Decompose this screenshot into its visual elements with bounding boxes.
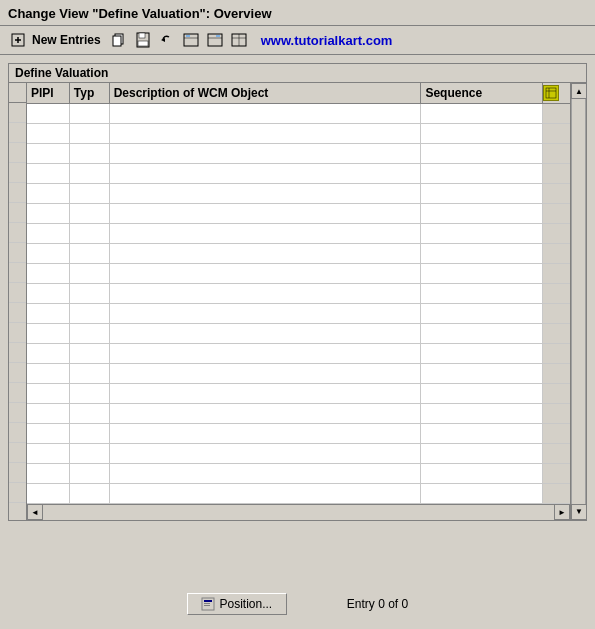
- table-cell[interactable]: [543, 203, 570, 223]
- table-cell[interactable]: [543, 483, 570, 503]
- table-cell[interactable]: [69, 243, 109, 263]
- table-cell[interactable]: [109, 103, 421, 123]
- table-cell[interactable]: [421, 143, 543, 163]
- table-cell[interactable]: [109, 323, 421, 343]
- table-cell[interactable]: [421, 223, 543, 243]
- table-cell[interactable]: [421, 303, 543, 323]
- table-row[interactable]: [27, 223, 570, 243]
- table-row[interactable]: [27, 123, 570, 143]
- row-selector-cell-9[interactable]: [9, 263, 26, 283]
- table-cell[interactable]: [69, 143, 109, 163]
- table-cell[interactable]: [69, 363, 109, 383]
- table-row[interactable]: [27, 403, 570, 423]
- row-selector-cell-19[interactable]: [9, 463, 26, 483]
- table-cell[interactable]: [69, 403, 109, 423]
- row-selector-cell-12[interactable]: [9, 323, 26, 343]
- table-cell[interactable]: [69, 483, 109, 503]
- table-cell[interactable]: [69, 443, 109, 463]
- table-row[interactable]: [27, 483, 570, 503]
- table-cell[interactable]: [543, 263, 570, 283]
- table-cell[interactable]: [109, 283, 421, 303]
- table-cell[interactable]: [109, 223, 421, 243]
- table-row[interactable]: [27, 143, 570, 163]
- table-cell[interactable]: [109, 123, 421, 143]
- table-row[interactable]: [27, 463, 570, 483]
- row-selector-cell-2[interactable]: [9, 123, 26, 143]
- row-selector-cell-20[interactable]: [9, 483, 26, 503]
- table-cell[interactable]: [69, 343, 109, 363]
- table-cell[interactable]: [69, 103, 109, 123]
- table-row[interactable]: [27, 383, 570, 403]
- col-header-settings[interactable]: [543, 83, 570, 103]
- table-cell[interactable]: [543, 223, 570, 243]
- vertical-scrollbar[interactable]: ▲ ▼: [570, 83, 586, 520]
- undo-icon[interactable]: [157, 30, 177, 50]
- table-cell[interactable]: [109, 423, 421, 443]
- table-cell[interactable]: [543, 383, 570, 403]
- scroll-down-btn[interactable]: ▼: [571, 504, 587, 520]
- table-cell[interactable]: [27, 323, 69, 343]
- table-cell[interactable]: [27, 183, 69, 203]
- v-scrollbar-track[interactable]: [571, 99, 586, 504]
- table-cell[interactable]: [109, 363, 421, 383]
- table-cell[interactable]: [69, 263, 109, 283]
- table-row[interactable]: [27, 163, 570, 183]
- table-cell[interactable]: [27, 163, 69, 183]
- table-cell[interactable]: [27, 143, 69, 163]
- scroll-left-btn[interactable]: ◄: [27, 504, 43, 520]
- table-cell[interactable]: [543, 283, 570, 303]
- row-selector-cell-11[interactable]: [9, 303, 26, 323]
- row-selector-cell-17[interactable]: [9, 423, 26, 443]
- table-row[interactable]: [27, 323, 570, 343]
- table-row[interactable]: [27, 363, 570, 383]
- table-row[interactable]: [27, 103, 570, 123]
- table-row[interactable]: [27, 343, 570, 363]
- table-cell[interactable]: [27, 123, 69, 143]
- table-cell[interactable]: [421, 283, 543, 303]
- table-cell[interactable]: [421, 183, 543, 203]
- row-selector-cell-16[interactable]: [9, 403, 26, 423]
- table-cell[interactable]: [421, 383, 543, 403]
- table-cell[interactable]: [109, 143, 421, 163]
- h-scrollbar-track[interactable]: [45, 507, 552, 517]
- row-selector-cell-7[interactable]: [9, 223, 26, 243]
- table-cell[interactable]: [109, 303, 421, 323]
- row-selector-cell-5[interactable]: [9, 183, 26, 203]
- table-row[interactable]: [27, 423, 570, 443]
- copy-icon[interactable]: [109, 30, 129, 50]
- table-cell[interactable]: [543, 303, 570, 323]
- table-cell[interactable]: [543, 403, 570, 423]
- table-cell[interactable]: [421, 363, 543, 383]
- table-cell[interactable]: [543, 143, 570, 163]
- table-cell[interactable]: [543, 343, 570, 363]
- row-selector-cell-10[interactable]: [9, 283, 26, 303]
- table-cell[interactable]: [27, 343, 69, 363]
- table-cell[interactable]: [27, 283, 69, 303]
- table-cell[interactable]: [69, 183, 109, 203]
- table-cell[interactable]: [69, 303, 109, 323]
- table-row[interactable]: [27, 443, 570, 463]
- table-cell[interactable]: [69, 423, 109, 443]
- table-cell[interactable]: [421, 243, 543, 263]
- table-cell[interactable]: [69, 323, 109, 343]
- table-cell[interactable]: [27, 363, 69, 383]
- table-cell[interactable]: [69, 163, 109, 183]
- new-entries-label[interactable]: New Entries: [32, 33, 101, 47]
- table-cell[interactable]: [109, 203, 421, 223]
- row-selector-cell-14[interactable]: [9, 363, 26, 383]
- table-cell[interactable]: [27, 443, 69, 463]
- toolbar-icon-4[interactable]: [181, 30, 201, 50]
- table-cell[interactable]: [543, 103, 570, 123]
- table-row[interactable]: [27, 183, 570, 203]
- row-selector-cell-15[interactable]: [9, 383, 26, 403]
- table-cell[interactable]: [421, 463, 543, 483]
- table-cell[interactable]: [69, 223, 109, 243]
- table-cell[interactable]: [69, 203, 109, 223]
- table-cell[interactable]: [109, 163, 421, 183]
- row-selector-cell-6[interactable]: [9, 203, 26, 223]
- table-cell[interactable]: [27, 303, 69, 323]
- table-cell[interactable]: [109, 403, 421, 423]
- table-cell[interactable]: [543, 443, 570, 463]
- table-cell[interactable]: [421, 323, 543, 343]
- table-cell[interactable]: [421, 163, 543, 183]
